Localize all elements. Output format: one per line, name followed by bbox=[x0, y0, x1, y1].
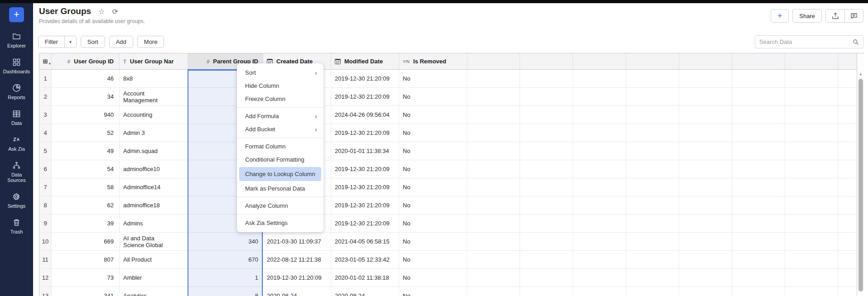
table-cell[interactable]: 34 bbox=[52, 88, 120, 105]
table-cell[interactable]: All Product bbox=[120, 251, 188, 268]
table-cell[interactable]: adminoffice18 bbox=[120, 196, 188, 214]
sidebar-item-reports[interactable]: Reports bbox=[0, 84, 33, 100]
export-button[interactable] bbox=[826, 10, 844, 22]
table-cell[interactable]: adminoffice10 bbox=[120, 160, 188, 178]
table-cell[interactable]: 2021-04-05 06:58:15 bbox=[331, 233, 399, 250]
table-cell[interactable]: 2021-03-30 11:09:37 bbox=[263, 233, 331, 250]
menu-item-analyze-column[interactable]: Analyze Column bbox=[237, 199, 323, 212]
table-cell[interactable]: 2019-12-30 21:20:09 bbox=[331, 70, 399, 87]
table-cell[interactable]: 2020-01-02 11:38:18 bbox=[331, 269, 399, 286]
table-cell[interactable]: 73 bbox=[52, 269, 120, 286]
table-cell[interactable]: No bbox=[399, 233, 467, 250]
table-cell[interactable]: AI and Data Science Global bbox=[120, 233, 188, 250]
table-cell[interactable]: No bbox=[399, 160, 467, 178]
table-cell[interactable]: 2020-01-01 11:38:34 bbox=[331, 142, 399, 160]
table-cell[interactable]: Accounting bbox=[120, 106, 188, 124]
add-button[interactable]: Add bbox=[109, 36, 133, 48]
row-number-cell[interactable]: 3 bbox=[39, 106, 52, 124]
table-cell[interactable]: No bbox=[399, 287, 467, 296]
row-number-cell[interactable]: 1 bbox=[39, 70, 52, 87]
table-cell[interactable]: 2019-12-30 21:20:09 bbox=[331, 124, 399, 142]
table-cell[interactable]: No bbox=[399, 215, 467, 232]
create-new-button[interactable]: + bbox=[9, 7, 24, 22]
row-number-cell[interactable]: 2 bbox=[39, 88, 52, 105]
comments-button[interactable] bbox=[844, 10, 863, 22]
table-cell[interactable]: 52 bbox=[52, 124, 120, 142]
table-cell[interactable]: No bbox=[399, 269, 467, 286]
table-cell[interactable]: No bbox=[399, 70, 467, 87]
table-cell[interactable]: Admins bbox=[120, 215, 188, 232]
table-cell[interactable]: 46 bbox=[52, 70, 120, 87]
menu-item-ask-zia-settings[interactable]: Ask Zia Settings bbox=[237, 216, 323, 229]
table-cell[interactable]: 2020-08-24 bbox=[331, 287, 399, 296]
column-header-user-group-nar[interactable]: TUser Group Nar bbox=[120, 53, 188, 69]
table-cell[interactable]: 2019-12-30 21:20:09 bbox=[331, 160, 399, 178]
table-cell[interactable]: 1 bbox=[188, 269, 263, 286]
table-cell[interactable]: 2022-08-12 11:21:38 bbox=[263, 251, 331, 268]
table-cell[interactable]: No bbox=[399, 124, 467, 142]
scrollbar-thumb[interactable] bbox=[858, 79, 863, 291]
column-header-modified-date[interactable]: 17Modified Date bbox=[331, 53, 399, 69]
table-cell[interactable]: 669 bbox=[52, 233, 120, 250]
scroll-up-arrow[interactable]: ▲ bbox=[857, 71, 864, 78]
row-number-cell[interactable]: 9 bbox=[39, 215, 52, 232]
menu-item-freeze-column[interactable]: Freeze Column bbox=[237, 92, 323, 105]
filter-caret-button[interactable]: ▼ bbox=[65, 36, 77, 48]
menu-item-change-to-lookup-column[interactable]: Change to Lookup Column bbox=[239, 167, 321, 181]
table-cell[interactable]: No bbox=[399, 142, 467, 160]
table-cell[interactable]: 58 bbox=[52, 178, 120, 196]
table-cell[interactable]: No bbox=[399, 251, 467, 268]
row-number-cell[interactable]: 8 bbox=[39, 196, 52, 214]
favorite-star-icon[interactable]: ☆ bbox=[98, 7, 105, 16]
share-button[interactable]: Share bbox=[792, 9, 822, 23]
table-cell[interactable]: No bbox=[399, 106, 467, 124]
row-number-cell[interactable]: 10 bbox=[39, 233, 52, 250]
table-cell[interactable]: 2023-01-05 12:33:42 bbox=[331, 251, 399, 268]
table-cell[interactable]: Admin 3 bbox=[120, 124, 188, 142]
sort-button[interactable]: Sort bbox=[81, 36, 105, 48]
sidebar-item-ask-zia[interactable]: Ask Zia bbox=[0, 135, 33, 152]
table-cell[interactable]: Ambler bbox=[120, 269, 188, 286]
search-input[interactable] bbox=[759, 38, 853, 45]
table-cell[interactable]: Account Management bbox=[120, 88, 188, 105]
table-cell[interactable]: 62 bbox=[52, 196, 120, 214]
table-cell[interactable]: 2019-12-30 21:20:09 bbox=[263, 269, 331, 286]
table-cell[interactable]: 2019-12-30 21:20:09 bbox=[331, 88, 399, 105]
vertical-scrollbar[interactable]: ▲ bbox=[857, 53, 864, 296]
table-cell[interactable]: 2019-12-30 21:20:09 bbox=[331, 215, 399, 232]
table-cell[interactable]: 39 bbox=[52, 215, 120, 232]
more-button[interactable]: More bbox=[137, 36, 164, 48]
row-number-cell[interactable]: 6 bbox=[39, 160, 52, 178]
row-number-cell[interactable]: 4 bbox=[39, 124, 52, 142]
table-cell[interactable]: No bbox=[399, 88, 467, 105]
sidebar-item-dashboards[interactable]: Dashboards bbox=[0, 58, 33, 74]
table-cell[interactable]: Admin.squad bbox=[120, 142, 188, 160]
table-cell[interactable]: 940 bbox=[52, 106, 120, 124]
column-header-select-all[interactable]: ⊞▾ bbox=[39, 53, 52, 69]
table-cell[interactable]: Adminoffice14 bbox=[120, 178, 188, 196]
sidebar-item-explorer[interactable]: Explorer bbox=[0, 32, 33, 48]
add-view-button[interactable]: + bbox=[771, 9, 789, 23]
sidebar-item-data[interactable]: Data bbox=[0, 110, 33, 126]
table-cell[interactable]: 340 bbox=[188, 233, 263, 250]
menu-item-add-formula[interactable]: Add Formula› bbox=[237, 110, 323, 123]
menu-item-format-column[interactable]: Format Column bbox=[237, 140, 323, 153]
table-cell[interactable]: 341 bbox=[52, 287, 120, 296]
table-cell[interactable]: No bbox=[399, 196, 467, 214]
sidebar-item-data-sources[interactable]: Data Sources bbox=[0, 161, 33, 183]
table-cell[interactable]: 807 bbox=[52, 251, 120, 268]
row-number-cell[interactable]: 5 bbox=[39, 142, 52, 160]
row-number-cell[interactable]: 11 bbox=[39, 251, 52, 268]
sidebar-item-trash[interactable]: Trash bbox=[0, 218, 33, 234]
table-cell[interactable]: 670 bbox=[188, 251, 263, 268]
row-number-cell[interactable]: 7 bbox=[39, 178, 52, 196]
menu-item-conditional-formatting[interactable]: Conditional Formatting bbox=[237, 153, 323, 166]
table-cell[interactable]: 49 bbox=[52, 142, 120, 160]
refresh-icon[interactable]: ⟳ bbox=[112, 7, 118, 16]
menu-item-hide-column[interactable]: Hide Column bbox=[237, 79, 323, 92]
sidebar-item-settings[interactable]: Settings bbox=[0, 192, 33, 209]
table-cell[interactable]: 54 bbox=[52, 160, 120, 178]
menu-item-mark-as-personal-data[interactable]: Mark as Personal Data bbox=[237, 182, 323, 195]
row-number-cell[interactable]: 12 bbox=[39, 269, 52, 286]
table-cell[interactable]: 2019-12-30 21:20:09 bbox=[331, 178, 399, 196]
